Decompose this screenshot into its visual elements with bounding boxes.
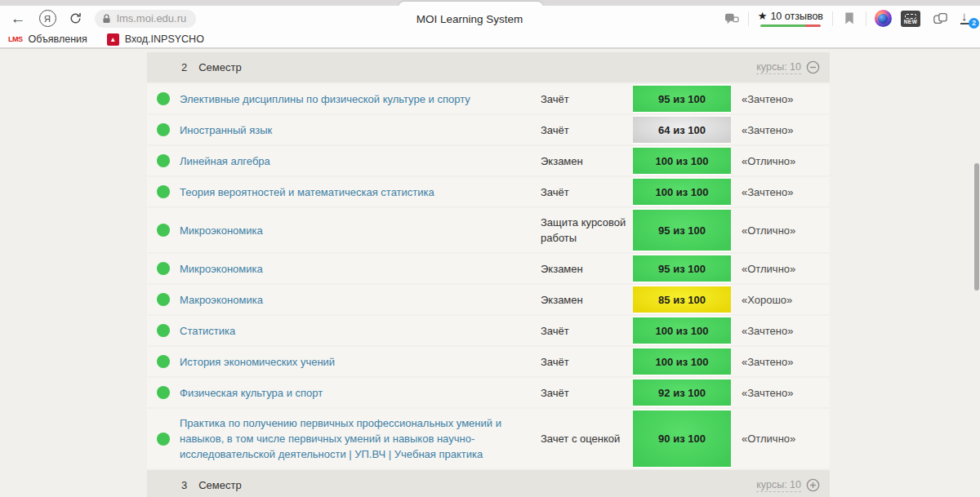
score-badge: 95 из 100	[633, 210, 731, 251]
score-badge-cell: 64 из 100	[633, 115, 731, 144]
course-link[interactable]: Микроэкономика	[180, 263, 263, 275]
course-link[interactable]: Физическая культура и спорт	[180, 387, 323, 399]
bookmark-flag-icon	[844, 11, 855, 25]
status-dot-icon	[157, 386, 170, 399]
exam-type: Зачёт	[541, 379, 633, 407]
course-link[interactable]: История экономических учений	[180, 356, 335, 368]
status-dot-cell	[147, 123, 180, 136]
course-link[interactable]: Практика по получению первичных професси…	[180, 417, 501, 460]
refresh-icon	[69, 11, 82, 25]
status-dot-cell	[147, 185, 180, 198]
status-dot-icon	[157, 123, 170, 136]
score-badge-cell: 100 из 100	[633, 177, 731, 206]
grade-text: «Отлично»	[731, 155, 830, 167]
semester-number: 2	[181, 61, 187, 73]
status-dot-icon	[157, 154, 170, 167]
separator	[866, 11, 866, 26]
bookmark-button[interactable]	[839, 8, 860, 29]
score-badge-cell: 95 из 100	[633, 84, 731, 113]
table-row: Микроэкономика Защита курсовой работы 95…	[147, 208, 830, 252]
semester-header: 2 Семестр курсы: 10	[147, 52, 830, 82]
status-dot-cell	[147, 224, 180, 237]
semester-number: 3	[181, 479, 187, 491]
score-badge: 64 из 100	[633, 117, 731, 143]
grades-table: 2 Семестр курсы: 10 Элективные дисциплин…	[147, 52, 830, 497]
course-link[interactable]: Микроэкономика	[180, 224, 263, 237]
status-dot-cell	[147, 293, 180, 306]
score-badge: 92 из 100	[633, 379, 731, 406]
grade-text: «Зачтено»	[731, 124, 830, 136]
grade-text: «Отлично»	[731, 224, 830, 237]
table-row: Макроэкономика Экзамен 85 из 100 «Хорошо…	[147, 285, 830, 314]
course-link[interactable]: Теория вероятностей и математическая ста…	[180, 186, 434, 198]
separator	[832, 11, 833, 26]
status-dot-cell	[147, 154, 180, 167]
bookmark-item-lms[interactable]: LMS Объявления	[8, 33, 87, 45]
messenger-button[interactable]	[721, 8, 742, 29]
status-dot-icon	[157, 92, 170, 105]
extension-button[interactable]	[872, 8, 893, 29]
exam-type: Зачёт	[541, 317, 633, 345]
inpsycho-favicon: ▲	[107, 33, 119, 46]
separator	[748, 11, 749, 26]
status-dot-cell	[147, 386, 180, 399]
grade-text: «Зачтено»	[731, 356, 830, 368]
refresh-button[interactable]	[64, 7, 87, 30]
bookmarks-bar: LMS Объявления ▲ Вход.INPSYCHO	[0, 31, 980, 47]
downloads-badge: 2	[969, 18, 979, 29]
lms-favicon: LMS	[8, 35, 23, 43]
exam-type: Зачёт	[541, 348, 633, 376]
courses-collapse-toggle[interactable]: курсы: 10	[756, 60, 820, 74]
status-dot-icon	[157, 262, 170, 275]
grade-text: «Зачтено»	[731, 186, 830, 198]
table-row: История экономических учений Зачёт 100 и…	[147, 347, 830, 376]
score-badge-cell: 92 из 100	[633, 378, 731, 407]
semester-label: Семестр	[198, 61, 756, 73]
downloads-button[interactable]: ↓ 2	[957, 8, 978, 29]
exam-type: Зачет с оценкой	[541, 424, 633, 453]
courses-count-link: курсы: 10	[756, 61, 801, 74]
course-link[interactable]: Линейная алгебра	[180, 155, 270, 167]
score-badge: 100 из 100	[633, 148, 731, 174]
screenshot-button[interactable]: NEW	[900, 8, 921, 29]
score-badge: 90 из 100	[633, 410, 731, 467]
back-arrow-icon: ←	[11, 11, 26, 26]
toolbar-right-icons: ★ 10 отзывов NEW	[721, 6, 980, 31]
semester-footer: 3 Семестр курсы: 10	[147, 470, 830, 497]
course-link[interactable]: Макроэкономика	[180, 294, 263, 306]
reviews-button[interactable]: ★ 10 отзывов	[758, 10, 823, 27]
course-link[interactable]: Иностранный язык	[180, 124, 272, 136]
status-dot-icon	[157, 224, 170, 237]
courses-expand-toggle[interactable]: курсы: 10	[756, 478, 820, 492]
course-link[interactable]: Статистика	[180, 325, 235, 337]
table-row: Микроэкономика Экзамен 95 из 100 «Отличн…	[147, 254, 830, 283]
exam-type: Зачёт	[541, 178, 633, 206]
yandex-home-button[interactable]: Я	[36, 7, 59, 30]
score-badge: 95 из 100	[633, 255, 731, 282]
course-link[interactable]: Элективные дисциплины по физической куль…	[180, 93, 470, 105]
score-badge-cell: 85 из 100	[633, 285, 731, 314]
exam-type: Защита курсовой работы	[541, 208, 633, 252]
status-dot-icon	[157, 293, 170, 306]
score-badge-cell: 90 из 100	[633, 409, 731, 468]
download-icon: ↓	[961, 9, 968, 23]
minus-circle-icon	[806, 60, 820, 74]
back-button[interactable]: ←	[7, 7, 29, 30]
semester-label: Семестр	[198, 479, 756, 491]
collections-button[interactable]	[929, 8, 951, 29]
score-badge-cell: 95 из 100	[633, 254, 731, 283]
address-bar[interactable]: lms.moi.edu.ru	[95, 10, 196, 28]
status-dot-icon	[157, 324, 170, 337]
grade-text: «Отлично»	[731, 263, 830, 275]
reviews-label: 10 отзывов	[770, 11, 823, 22]
chat-icon	[724, 12, 739, 25]
courses-count-link: курсы: 10	[756, 479, 801, 492]
bookmark-item-inpsycho[interactable]: ▲ Вход.INPSYCHO	[107, 33, 204, 46]
score-badge-cell: 100 из 100	[633, 146, 731, 175]
collections-icon	[933, 11, 948, 25]
rating-bar	[760, 24, 821, 27]
vertical-scrollbar[interactable]	[974, 163, 979, 291]
table-row: Практика по получению первичных професси…	[147, 409, 830, 468]
exam-type: Экзамен	[541, 255, 633, 283]
score-badge-cell: 100 из 100	[633, 316, 731, 345]
